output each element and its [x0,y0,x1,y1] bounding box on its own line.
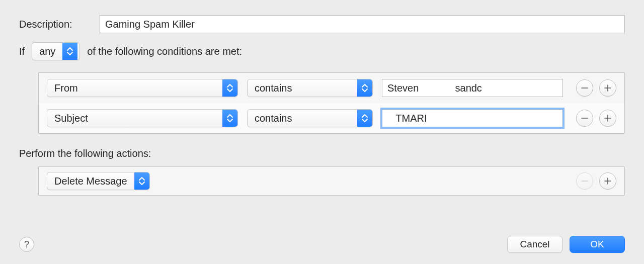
help-button[interactable]: ? [19,237,34,252]
actions-container: Delete Message [38,166,625,196]
condition-row: From contains [39,73,624,103]
chevron-up-down-icon [62,43,77,60]
action-value: Delete Message [47,172,134,190]
plus-icon [604,177,612,185]
plus-icon [604,114,612,122]
description-row: Description: [19,15,625,33]
minus-icon [581,114,589,122]
chevron-up-down-icon [222,79,237,97]
action-buttons [576,172,616,190]
condition-field-value: Subject [47,110,222,127]
chevron-up-down-icon [134,172,149,190]
dialog-footer: ? Cancel OK [19,236,625,253]
conditions-header-row: If any of the following conditions are m… [19,42,625,60]
condition-operator-select[interactable]: contains [247,109,373,127]
remove-action-button [576,172,593,190]
chevron-up-down-icon [357,79,372,97]
minus-icon [581,84,589,92]
match-scope-select[interactable]: any [32,42,80,60]
condition-buttons [576,110,616,127]
chevron-up-down-icon [222,110,237,127]
condition-field-value: From [47,79,222,97]
action-row: Delete Message [39,167,624,195]
match-scope-value: any [32,43,62,60]
cancel-button-label: Cancel [520,239,549,250]
condition-operator-value: contains [248,110,357,127]
if-prefix-label: If [19,46,25,57]
remove-condition-button[interactable] [576,110,593,127]
condition-field-select[interactable]: Subject [47,109,238,127]
description-input[interactable] [100,15,625,33]
condition-value-input[interactable] [382,109,563,127]
ok-button-label: OK [590,239,604,250]
rule-editor-dialog: Description: If any of the following con… [0,0,644,264]
condition-row: Subject contains [39,103,624,133]
condition-operator-select[interactable]: contains [247,79,373,97]
remove-condition-button[interactable] [576,79,593,97]
cancel-button[interactable]: Cancel [507,236,562,253]
if-suffix-label: of the following conditions are met: [87,46,242,57]
condition-operator-value: contains [248,79,357,97]
action-select[interactable]: Delete Message [47,172,150,190]
add-condition-button[interactable] [599,79,616,97]
condition-field-select[interactable]: From [47,79,238,97]
description-label: Description: [19,19,95,30]
ok-button[interactable]: OK [570,236,625,253]
add-action-button[interactable] [599,172,616,190]
actions-header-label: Perform the following actions: [19,148,625,159]
add-condition-button[interactable] [599,110,616,127]
conditions-container: From contains [38,72,625,134]
minus-icon [581,177,589,185]
condition-value-input[interactable] [382,79,563,97]
chevron-up-down-icon [357,110,372,127]
plus-icon [604,84,612,92]
condition-buttons [576,79,616,97]
help-icon: ? [24,239,29,250]
